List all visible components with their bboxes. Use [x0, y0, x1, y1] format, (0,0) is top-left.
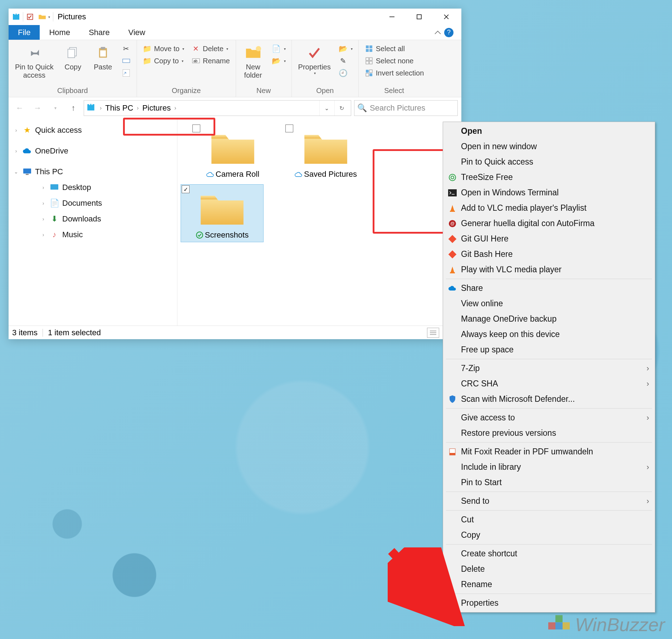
invert-selection-button[interactable]: Invert selection — [362, 67, 427, 79]
tree-downloads[interactable]: ›⬇Downloads — [11, 211, 175, 227]
item-checkbox[interactable] — [192, 125, 200, 132]
search-input[interactable]: 🔍 Search Pictures — [354, 100, 458, 116]
folder-item-selected[interactable]: ✓ Screenshots — [181, 185, 263, 242]
svg-rect-44 — [450, 272, 455, 273]
qat-properties-icon[interactable] — [25, 11, 35, 22]
breadcrumb-root[interactable]: This PC — [103, 101, 135, 116]
address-dropdown[interactable]: ⌄ — [319, 101, 334, 116]
ctx-include-library[interactable]: Include in library› — [444, 459, 654, 475]
delete-button[interactable]: ✕Delete▾ — [188, 43, 233, 54]
collapse-ribbon-button[interactable]: ? — [434, 25, 461, 40]
svg-rect-8 — [123, 59, 130, 63]
ctx-send-to[interactable]: Send to› — [444, 493, 654, 509]
vlc-icon — [447, 265, 457, 275]
breadcrumb-leaf[interactable]: Pictures — [140, 101, 173, 116]
easy-access-icon: 📂 — [272, 56, 281, 65]
new-folder-button[interactable]: New folder — [239, 42, 268, 81]
details-view-button[interactable] — [427, 328, 439, 338]
ctx-autofirma[interactable]: @Generar huella digital con AutoFirma — [444, 216, 654, 231]
refresh-button[interactable]: ↻ — [334, 101, 349, 116]
ctx-cut[interactable]: Cut — [444, 512, 654, 527]
easy-access-button[interactable]: 📂▾ — [269, 55, 289, 67]
cloud-icon — [22, 146, 32, 156]
recent-dropdown[interactable]: ▾ — [48, 101, 63, 116]
close-button[interactable] — [433, 9, 460, 25]
tree-desktop[interactable]: ›Desktop — [11, 180, 175, 195]
new-item-button[interactable]: 📄▾ — [269, 43, 289, 54]
chevron-right-icon[interactable]: › — [136, 105, 139, 111]
qat-dropdown[interactable]: ▾ — [48, 15, 50, 19]
minimize-button[interactable] — [378, 9, 406, 25]
address-bar[interactable]: › This PC › Pictures › ⌄ ↻ — [84, 100, 351, 116]
folder-item[interactable]: Saved Pictures — [285, 124, 367, 181]
ctx-vlc-play[interactable]: Play with VLC media player — [444, 262, 654, 277]
content-pane[interactable]: Camera Roll Saved Pictures ✓ Screenshots — [177, 119, 461, 326]
open-button[interactable]: 📂▾ — [336, 43, 355, 54]
forward-button[interactable]: → — [30, 101, 45, 116]
ctx-7zip[interactable]: 7-Zip› — [444, 361, 654, 376]
ctx-rename[interactable]: Rename — [444, 577, 654, 592]
ctx-windows-terminal[interactable]: Open in Windows Terminal — [444, 185, 654, 200]
copy-button[interactable]: Copy — [59, 42, 87, 73]
ctx-treesize[interactable]: TreeSize Free — [444, 170, 654, 185]
paste-shortcut-button[interactable] — [119, 67, 134, 79]
tab-view[interactable]: View — [119, 25, 154, 40]
maximize-button[interactable] — [406, 9, 433, 25]
tree-documents[interactable]: ›📄Documents — [11, 195, 175, 211]
ctx-open[interactable]: Open — [444, 123, 654, 139]
item-checkbox-checked[interactable]: ✓ — [182, 185, 190, 193]
tab-home[interactable]: Home — [40, 25, 79, 40]
chevron-right-icon[interactable]: › — [99, 105, 102, 111]
ctx-properties[interactable]: Properties — [444, 595, 654, 611]
paste-button[interactable]: Paste — [89, 42, 117, 73]
ctx-delete[interactable]: Delete — [444, 561, 654, 577]
copy-path-button[interactable] — [119, 55, 134, 67]
ctx-foxit-pdf[interactable]: Mit Foxit Reader in PDF umwandeln — [444, 444, 654, 459]
ctx-free-up-space[interactable]: Free up space — [444, 342, 654, 357]
edit-button[interactable]: ✎ — [336, 55, 355, 67]
help-icon[interactable]: ? — [444, 28, 453, 37]
properties-button[interactable]: Properties▾ — [295, 42, 334, 77]
folder-item[interactable]: Camera Roll — [192, 124, 274, 181]
select-none-button[interactable]: Select none — [362, 55, 427, 67]
rename-button[interactable]: abRename — [188, 55, 233, 67]
tab-share[interactable]: Share — [79, 25, 119, 40]
tree-this-pc[interactable]: ⌄This PC — [11, 164, 175, 180]
up-button[interactable]: ↑ — [66, 101, 81, 116]
ctx-defender[interactable]: Scan with Microsoft Defender... — [444, 391, 654, 407]
pin-to-quick-access-button[interactable]: Pin to Quick access — [11, 42, 57, 81]
item-checkbox[interactable] — [285, 125, 293, 132]
ctx-manage-onedrive[interactable]: Manage OneDrive backup — [444, 311, 654, 327]
select-all-button[interactable]: Select all — [362, 43, 427, 54]
ctx-share[interactable]: Share — [444, 281, 654, 296]
folder-icon — [303, 128, 349, 166]
back-button[interactable]: ← — [12, 101, 27, 116]
history-button[interactable]: 🕘 — [336, 67, 355, 79]
chevron-right-icon[interactable]: › — [173, 105, 177, 111]
ctx-crc-sha[interactable]: CRC SHA› — [444, 376, 654, 391]
ctx-pin-quick-access[interactable]: Pin to Quick access — [444, 154, 654, 170]
ctx-git-gui[interactable]: Git GUI Here — [444, 231, 654, 247]
cut-button[interactable]: ✂ — [119, 43, 134, 54]
svg-rect-50 — [555, 622, 563, 629]
ctx-give-access[interactable]: Give access to› — [444, 410, 654, 425]
move-to-button[interactable]: 📁Move to▾ — [140, 43, 187, 54]
copy-to-button[interactable]: 📁Copy to▾ — [140, 55, 187, 67]
qat-newfolder-icon[interactable] — [37, 11, 48, 22]
status-bar: 3 items 1 item selected — [9, 326, 461, 339]
ctx-create-shortcut[interactable]: Create shortcut — [444, 546, 654, 561]
navigation-pane[interactable]: ›★Quick access ›OneDrive ⌄This PC ›Deskt… — [9, 119, 177, 326]
tab-file[interactable]: File — [9, 25, 40, 40]
ctx-open-new-window[interactable]: Open in new window — [444, 139, 654, 154]
ctx-vlc-add[interactable]: Add to VLC media player's Playlist — [444, 200, 654, 216]
ctx-restore-versions[interactable]: Restore previous versions — [444, 425, 654, 441]
tree-quick-access[interactable]: ›★Quick access — [11, 122, 175, 138]
tree-music[interactable]: ›♪Music — [11, 227, 175, 243]
ctx-view-online[interactable]: View online — [444, 296, 654, 311]
ctx-pin-start[interactable]: Pin to Start — [444, 475, 654, 490]
ctx-copy[interactable]: Copy — [444, 527, 654, 543]
ctx-git-bash[interactable]: Git Bash Here — [444, 247, 654, 262]
tree-onedrive[interactable]: ›OneDrive — [11, 143, 175, 159]
star-icon: ★ — [22, 125, 32, 135]
ctx-always-keep[interactable]: Always keep on this device — [444, 327, 654, 342]
